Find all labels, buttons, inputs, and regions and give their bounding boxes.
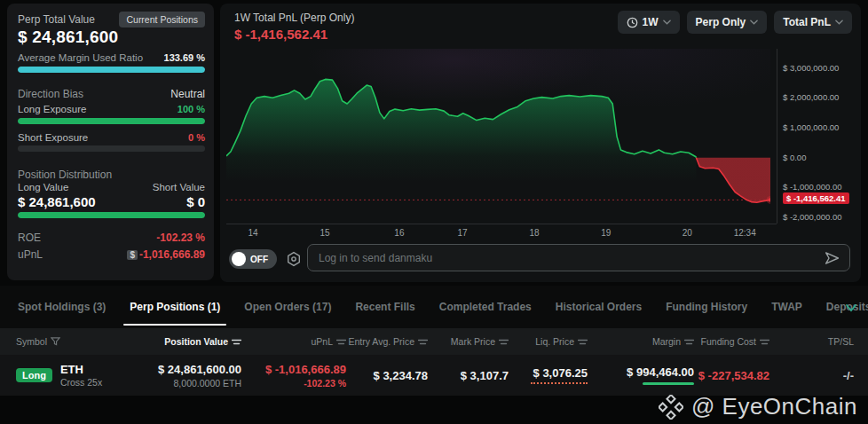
mark-price-cell: $ 3,107.7	[428, 369, 509, 382]
long-exposure-bar-fill	[18, 118, 205, 124]
long-exposure-value: 100 %	[178, 104, 205, 114]
position-value-cell: $ 24,861,600.00 8,000.0000 ETH	[133, 363, 241, 389]
header-position-value[interactable]: Position Value	[133, 336, 241, 347]
y-tick: $ -2,000,000.00	[783, 212, 842, 222]
toggle-knob-icon	[232, 252, 246, 266]
metric-select[interactable]: Total PnL	[774, 11, 852, 34]
funding-cost-cell: $ -227,534.82	[694, 369, 769, 382]
danmaku-toggle[interactable]: OFF	[229, 249, 277, 269]
x-tick: 12:34	[734, 228, 756, 238]
y-axis-separator	[777, 49, 777, 224]
x-axis-separator	[226, 224, 777, 224]
avg-margin-bar	[18, 67, 205, 73]
trading-dashboard: Perp Total Value Current Positions $ 24,…	[0, 0, 868, 424]
x-tick: 15	[320, 228, 329, 238]
bottom-strip: @ EyeOnChain	[0, 396, 868, 424]
direction-bias-value: Neutral	[170, 88, 205, 100]
y-axis-labels: $ 3,000,000.00$ 2,000,000.00$ 1,000,000.…	[783, 49, 859, 224]
tabs-overflow-chevron-icon[interactable]	[845, 300, 857, 316]
y-tick: $ 2,000,000.00	[783, 92, 839, 102]
y-tick: $ 1,000,000.00	[783, 122, 839, 132]
chart-current-pnl: $ -1,416,562.41	[234, 27, 327, 42]
liq-price-dotted-underline	[531, 382, 588, 384]
tab-completed-trades[interactable]: Completed Trades	[433, 286, 538, 328]
positions-table-header: SymbolPosition ValueuPnLEntry Avg. Price…	[0, 328, 868, 355]
liq-price-cell[interactable]: $ 3,076.25	[509, 366, 588, 384]
symbol-cell: Long ETH Cross 25x	[0, 363, 133, 388]
entry-price-cell: $ 3,234.78	[346, 369, 428, 382]
watermark: @ EyeOnChain	[659, 393, 857, 420]
upnl-label: uPnL	[18, 248, 43, 261]
long-exposure-label: Long Exposure	[18, 104, 86, 114]
toggle-label: OFF	[250, 255, 268, 264]
pnl-area-chart[interactable]	[226, 49, 770, 224]
upnl-value: $-1,016,666.89	[127, 248, 205, 261]
pnl-chart-panel: 1W Total PnL (Perp Only) $ -1,416,562.41…	[220, 4, 861, 282]
header-liq-price[interactable]: Liq. Price	[509, 336, 588, 347]
long-value-label: Long Value	[18, 182, 68, 192]
header-tp-sl[interactable]: TP/SL	[769, 336, 868, 347]
short-exposure-label: Short Exposure	[18, 132, 88, 143]
header-mark-price[interactable]: Mark Price	[428, 336, 509, 347]
x-tick: 19	[601, 228, 611, 238]
roe-label: ROE	[18, 232, 41, 244]
perp-total-value: $ 24,861,600	[18, 27, 205, 47]
x-tick: 17	[457, 228, 467, 238]
short-exposure-value: 0 %	[188, 132, 205, 143]
x-tick: 16	[394, 228, 404, 238]
current-positions-button[interactable]: Current Positions	[119, 12, 205, 27]
eyeonchain-logo-icon	[659, 395, 683, 420]
position-distribution-bar-fill	[18, 212, 205, 218]
avg-margin-value: 133.69 %	[164, 52, 205, 63]
danmaku-input[interactable]	[307, 244, 850, 271]
tab-recent-fills[interactable]: Recent Fills	[349, 286, 421, 328]
short-exposure-bar	[18, 145, 205, 152]
roe-value: -102.23 %	[156, 232, 205, 244]
upnl-cell: $ -1,016,666.89 -102.23 %	[241, 363, 346, 389]
margin-cell: $ 994,464.00	[588, 365, 694, 385]
gear-icon[interactable]	[286, 251, 302, 271]
header-margin[interactable]: Margin	[588, 336, 694, 347]
perp-stats-panel: Perp Total Value Current Positions $ 24,…	[7, 4, 214, 280]
avg-margin-bar-fill	[18, 67, 205, 73]
margin-green-bar	[643, 382, 694, 385]
y-tick: $ 3,000,000.00	[783, 63, 839, 73]
tab-perp-positions-1[interactable]: Perp Positions (1)	[123, 286, 226, 328]
avg-margin-label: Average Margin Used Ratio	[18, 52, 143, 63]
tab-historical-orders[interactable]: Historical Orders	[549, 286, 648, 328]
long-badge: Long	[16, 368, 52, 382]
leverage-label: Cross 25x	[60, 377, 102, 388]
chart-controls: 1WPerp OnlyTotal PnL	[618, 11, 852, 34]
y-tick: $ 0.00	[783, 153, 806, 162]
perp-total-value-label: Perp Total Value	[18, 13, 95, 26]
tab-deposits-withdra[interactable]: Deposits & Withdra	[820, 286, 868, 328]
long-value: $ 24,861,600	[18, 194, 96, 209]
upnl-currency-chip[interactable]: $	[127, 250, 138, 260]
long-exposure-bar	[18, 118, 205, 124]
position-distribution-label: Position Distribution	[18, 169, 112, 181]
header-symbol[interactable]: Symbol	[0, 336, 133, 347]
header-upnl[interactable]: uPnL	[241, 336, 346, 347]
tab-open-orders-17[interactable]: Open Orders (17)	[238, 286, 337, 328]
y-tick: $ -1,000,000.00	[783, 182, 842, 192]
short-value-label: Short Value	[153, 182, 205, 192]
watermark-text: @ EyeOnChain	[691, 393, 857, 420]
position-row-eth[interactable]: Long ETH Cross 25x $ 24,861,600.00 8,000…	[0, 355, 868, 396]
tab-spot-holdings-3[interactable]: Spot Holdings (3)	[12, 286, 112, 328]
x-tick: 18	[529, 228, 539, 238]
x-tick: 20	[683, 228, 692, 238]
header-entry-avg-price[interactable]: Entry Avg. Price	[346, 336, 428, 347]
send-icon[interactable]	[824, 250, 840, 270]
tpsl-cell: -/-	[769, 369, 868, 382]
bottom-tabbar: Spot Holdings (3)Perp Positions (1)Open …	[0, 286, 868, 328]
current-pnl-axis-badge: $ -1,416,562.41	[783, 192, 849, 204]
tab-twap[interactable]: TWAP	[765, 286, 809, 328]
scope-select[interactable]: Perp Only	[687, 11, 768, 34]
chart-title: 1W Total PnL (Perp Only)	[234, 12, 354, 24]
position-distribution-bar	[18, 212, 205, 218]
header-funding-cost[interactable]: Funding Cost	[694, 336, 769, 347]
x-tick: 14	[248, 228, 257, 238]
tab-funding-history[interactable]: Funding History	[659, 286, 754, 328]
timeframe-select[interactable]: 1W	[618, 11, 680, 34]
direction-bias-label: Direction Bias	[18, 88, 83, 100]
